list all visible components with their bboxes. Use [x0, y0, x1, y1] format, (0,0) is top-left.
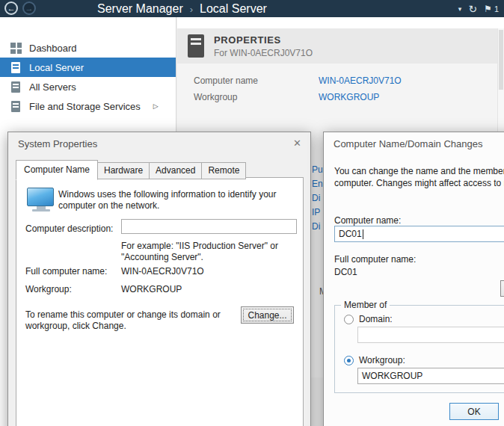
content-top-strip — [177, 17, 504, 28]
breadcrumb: Server Manager›Local Server — [97, 0, 267, 17]
close-icon[interactable]: ✕ — [293, 138, 301, 148]
flag-icon: ⚑ — [484, 4, 492, 14]
sidebar-item-local-server[interactable]: Local Server — [0, 58, 176, 77]
notifications-flag-button[interactable]: ⚑ 1 — [484, 4, 499, 14]
forward-button[interactable]: → — [22, 1, 36, 15]
tab-computer-name[interactable]: Computer Name — [16, 160, 98, 180]
server-icon — [10, 62, 22, 73]
domain-radio-label: Domain: — [359, 314, 393, 324]
intro-line: computer. Changes might affect access to… — [334, 177, 504, 189]
text-cursor — [363, 229, 363, 239]
workgroup-radio-row[interactable]: Workgroup: — [344, 355, 405, 365]
properties-subheading: For WIN-0AECRJ0V71O — [214, 48, 313, 58]
intro-line: You can change the name and the membersh… — [334, 165, 504, 177]
computer-name-input[interactable]: DC01 — [334, 226, 504, 242]
domain-changes-dialog: Computer Name/Domain Changes You can cha… — [323, 132, 504, 426]
change-button[interactable]: Change... — [241, 306, 294, 324]
clipped-property-fragment: Pu — [312, 164, 323, 175]
full-computer-name-value: WIN-0AECRJ0V71O — [121, 266, 204, 277]
dialog-title: System Properties — [8, 132, 310, 155]
app-title: Server Manager — [97, 2, 183, 15]
tab-advanced[interactable]: Advanced — [149, 162, 202, 179]
properties-heading-block: PROPERTIES For WIN-0AECRJ0V71O — [214, 34, 313, 58]
member-of-label: Member of — [341, 300, 390, 310]
back-button[interactable]: ← — [4, 1, 18, 15]
workgroup-input-value: WORKGROUP — [362, 371, 422, 381]
computer-name-input-value: DC01 — [339, 229, 362, 239]
computer-description-input[interactable] — [121, 219, 297, 234]
servers-icon — [10, 81, 22, 93]
clipped-property-fragment: IP — [312, 207, 320, 217]
computer-name-label: Computer name: — [334, 215, 401, 226]
computer-name-tab-panel: Windows uses the following information t… — [16, 177, 304, 426]
breadcrumb-separator-icon: › — [190, 4, 193, 15]
forward-arrow-icon: → — [25, 4, 34, 13]
chevron-down-icon[interactable]: ▾ — [458, 5, 462, 13]
domain-input[interactable] — [357, 327, 504, 343]
server-manager-window: ← → Server Manager›Local Server ▾ ↻ ⚑ 1 … — [0, 0, 504, 426]
property-label: Workgroup — [194, 92, 319, 102]
tab-hardware[interactable]: Hardware — [97, 162, 150, 179]
more-button[interactable] — [500, 280, 504, 297]
system-properties-tabs: Computer Name Hardware Advanced Remote — [16, 160, 245, 179]
clipped-property-fragment: Di — [312, 193, 320, 203]
sidebar-item-dashboard[interactable]: Dashboard — [0, 38, 176, 58]
refresh-icon[interactable]: ↻ — [468, 3, 477, 15]
sidebar-item-all-servers[interactable]: All Servers — [0, 77, 176, 96]
description-example-text: For example: "IIS Production Server" or … — [121, 241, 297, 263]
property-row-computer-name: Computer name WIN-0AECRJ0V71O — [194, 75, 504, 86]
workgroup-label: Workgroup: — [25, 284, 72, 294]
nav-buttons: ← → — [4, 1, 36, 15]
notification-count: 1 — [494, 4, 499, 13]
full-computer-name-label: Full computer name: — [334, 254, 416, 265]
back-arrow-icon: ← — [7, 4, 16, 13]
titlebar-actions: ▾ ↻ ⚑ 1 — [458, 0, 499, 17]
domain-radio-button[interactable] — [344, 315, 354, 324]
properties-heading: PROPERTIES — [214, 34, 313, 46]
dialog-intro-text: You can change the name and the membersh… — [334, 165, 504, 189]
clipped-property-fragment: En — [312, 179, 323, 189]
properties-tile-header: PROPERTIES For WIN-0AECRJ0V71O — [177, 28, 504, 64]
sidebar-item-file-storage-services[interactable]: File and Storage Services ▷ — [0, 96, 176, 116]
storage-icon — [10, 101, 22, 112]
system-properties-dialog: System Properties ✕ Computer Name Hardwa… — [7, 132, 311, 426]
workgroup-link[interactable]: WORKGROUP — [319, 92, 379, 102]
expand-chevron-icon[interactable]: ▷ — [153, 102, 159, 110]
sidebar-item-label: All Servers — [29, 81, 76, 93]
breadcrumb-location[interactable]: Local Server — [200, 2, 267, 15]
workgroup-input[interactable]: WORKGROUP — [357, 368, 504, 384]
workgroup-value: WORKGROUP — [121, 284, 182, 294]
full-computer-name-value: DC01 — [334, 267, 357, 277]
workgroup-radio-label: Workgroup: — [359, 355, 405, 365]
computer-monitor-icon — [27, 188, 55, 212]
clipped-property-fragment: Di — [312, 221, 320, 232]
titlebar: ← → Server Manager›Local Server ▾ ↻ ⚑ 1 — [0, 0, 504, 17]
property-label: Computer name — [194, 75, 319, 86]
tab-intro-text: Windows uses the following information t… — [58, 189, 292, 212]
dashboard-icon — [10, 43, 22, 54]
server-tower-icon — [188, 34, 204, 58]
member-of-groupbox: Member of Domain: Workgroup: WORKGROUP — [334, 305, 504, 393]
sidebar-item-label: Dashboard — [29, 43, 77, 54]
computer-name-link[interactable]: WIN-0AECRJ0V71O — [319, 75, 402, 86]
sidebar-item-label: Local Server — [29, 62, 84, 73]
rename-hint-text: To rename this computer or change its do… — [25, 309, 233, 332]
dialog-title: Computer Name/Domain Changes — [324, 132, 504, 155]
domain-radio-row[interactable]: Domain: — [344, 314, 393, 324]
tab-remote[interactable]: Remote — [201, 162, 246, 179]
scrollbar-thumb[interactable] — [499, 30, 503, 90]
full-computer-name-label: Full computer name: — [25, 266, 107, 277]
sidebar-item-label: File and Storage Services — [29, 101, 141, 112]
ok-button[interactable]: OK — [449, 403, 499, 420]
workgroup-radio-button[interactable] — [344, 356, 354, 365]
property-row-workgroup: Workgroup WORKGROUP — [194, 92, 504, 102]
computer-description-label: Computer description: — [25, 223, 113, 234]
